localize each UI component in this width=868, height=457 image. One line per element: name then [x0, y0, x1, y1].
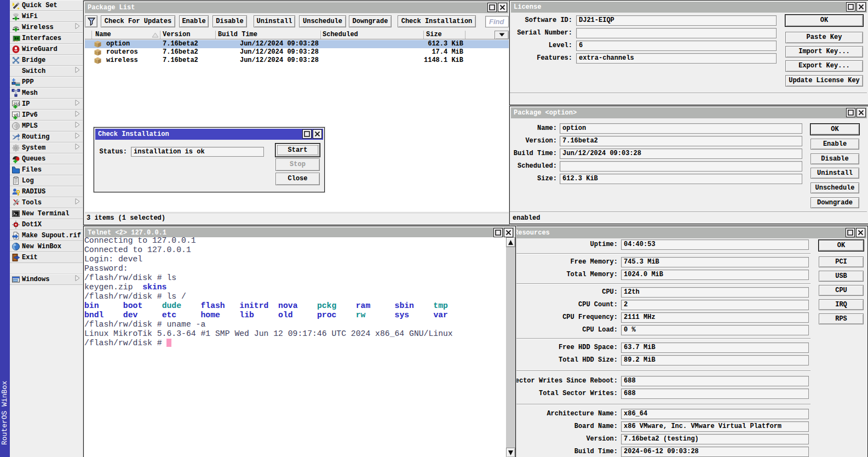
svg-text:255: 255 [13, 102, 20, 106]
